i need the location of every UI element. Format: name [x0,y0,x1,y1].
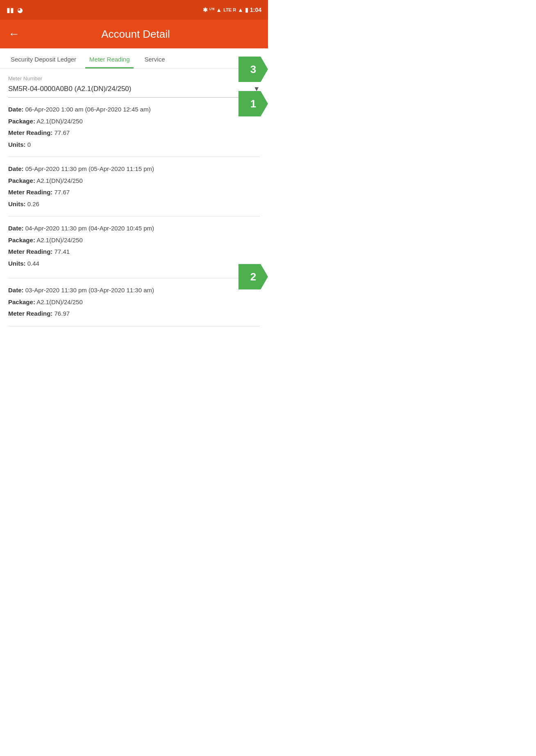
tab-meter-label: Meter Reading [89,56,129,63]
status-bar-left: ▮▮ ◕ [7,6,23,14]
record-1-package: Package: A2.1(DN)/24/250 [8,117,260,126]
record-2-units: Units: 0.26 [8,200,260,209]
tab-meter[interactable]: Meter Reading [85,48,134,68]
record-2-meter-reading: Meter Reading: 77.67 [8,188,260,197]
badge-1-value: 1 [250,98,256,110]
tab-service-label: Service [144,56,165,63]
record-1-meter-reading: Meter Reading: 77.67 [8,128,260,138]
time-display: 1:04 [250,7,261,13]
record-3-units: Units: 0.44 [8,259,260,269]
battery-icon: ▮ [245,7,248,13]
page-title: Account Detail [28,28,243,41]
record-4-date: Date: 03-Apr-2020 11:30 pm (03-Apr-2020 … [8,286,260,295]
signal-bars-2: ▲ [238,7,243,13]
record-4-meter-reading: Meter Reading: 76.97 [8,309,260,319]
lte-r-icon: LTE R [223,7,236,12]
status-bar-right: ✱ ᴸᵀᴱ ▲ LTE R ▲ ▮ 1:04 [203,7,261,13]
back-button[interactable]: ← [8,27,20,41]
badge-2: 2 [238,264,268,289]
record-1-date: Date: 06-Apr-2020 1:00 am (06-Apr-2020 1… [8,105,260,114]
meter-value: SM5R-04-0000A0B0 (A2.1(DN)/24/250) [8,85,131,93]
app-bar: ← Account Detail [0,20,268,48]
record-3-package: Package: A2.1(DN)/24/250 [8,236,260,245]
meter-section: Meter Number SM5R-04-0000A0B0 (A2.1(DN)/… [0,69,268,98]
tabs-container: Security Deposit Ledger Meter Reading Se… [0,48,268,69]
badge-3-value: 3 [250,63,256,76]
lte-icon: ᴸᵀᴱ [209,7,214,13]
tab-security[interactable]: Security Deposit Ledger [7,48,80,68]
record-3-date: Date: 04-Apr-2020 11:30 pm (04-Apr-2020 … [8,224,260,233]
record-item-3: Date: 04-Apr-2020 11:30 pm (04-Apr-2020 … [8,216,260,278]
record-2-date: Date: 05-Apr-2020 11:30 pm (05-Apr-2020 … [8,164,260,174]
notification-icon: ▮▮ [7,6,14,14]
meter-label: Meter Number [8,75,260,82]
status-bar: ▮▮ ◕ ✱ ᴸᵀᴱ ▲ LTE R ▲ ▮ 1:04 [0,0,268,20]
record-item-1: Date: 06-Apr-2020 1:00 am (06-Apr-2020 1… [8,98,260,157]
tab-security-label: Security Deposit Ledger [11,56,76,63]
record-item-4: Date: 03-Apr-2020 11:30 pm (03-Apr-2020 … [8,278,260,326]
signal-bars: ▲ [216,7,222,13]
record-2-package: Package: A2.1(DN)/24/250 [8,176,260,186]
meter-selector[interactable]: SM5R-04-0000A0B0 (A2.1(DN)/24/250) ▼ [8,85,260,98]
record-1-units: Units: 0 [8,140,260,150]
record-4-package: Package: A2.1(DN)/24/250 [8,298,260,307]
sync-icon: ◕ [17,6,23,14]
record-3-meter-reading: Meter Reading: 77.41 [8,247,260,257]
tab-service[interactable]: Service [140,48,169,68]
records-list: Date: 06-Apr-2020 1:00 am (06-Apr-2020 1… [0,98,268,326]
badge-2-value: 2 [250,271,256,283]
bluetooth-icon: ✱ [203,7,208,13]
record-item-2: Date: 05-Apr-2020 11:30 pm (05-Apr-2020 … [8,157,260,216]
